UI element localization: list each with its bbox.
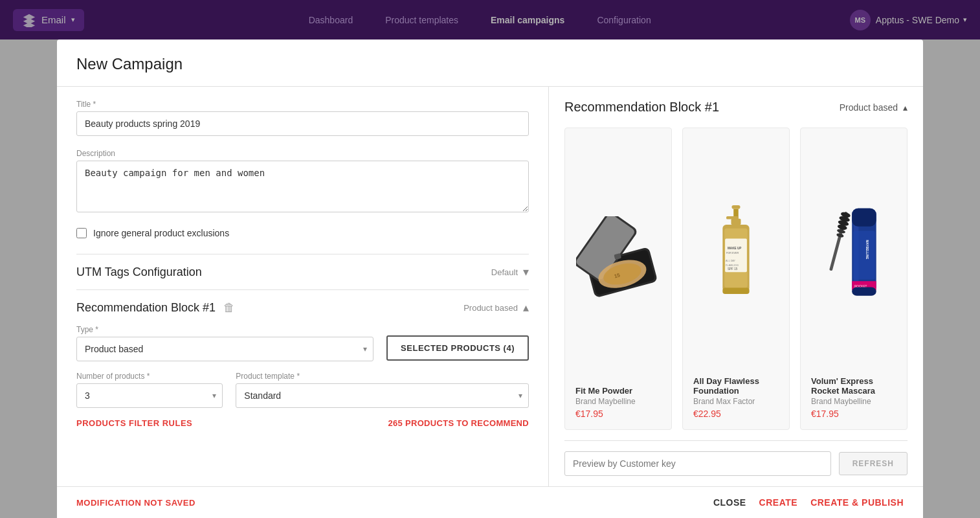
product-image-area-2: MAKE UP FOR EVER ALL DAY FLAWLESS SPF 15	[693, 139, 779, 368]
right-panel-chevron-icon: ▴	[903, 102, 908, 113]
num-products-col: Number of products * 3 ▾	[76, 372, 223, 408]
checkbox-label: Ignore general product exclusions	[93, 228, 229, 238]
product-name-2: All Day Flawless Foundation	[693, 376, 779, 396]
product-image-area-1: 15	[575, 139, 661, 378]
product-brand-1: Brand Maybelline	[575, 397, 661, 406]
modal: New Campaign Title * Description Ignore …	[57, 39, 923, 518]
svg-rect-30	[852, 208, 876, 226]
utm-section-header[interactable]: UTM Tags Configuration Default ▾	[76, 254, 529, 289]
svg-text:MAKE UP: MAKE UP	[728, 246, 742, 249]
preview-customer-key-input[interactable]	[564, 451, 831, 476]
selected-products-col: SELECTED PRODUCTS (4)	[386, 335, 529, 361]
title-field-group: Title *	[76, 100, 529, 136]
title-input[interactable]	[76, 111, 529, 136]
product-template-col: Product template * Standard ▾	[236, 372, 529, 408]
filter-rules-link[interactable]: PRODUCTS FILTER RULES	[76, 418, 192, 428]
left-panel: Title * Description Ignore general produ…	[57, 87, 549, 486]
svg-text:MAYBELLINE: MAYBELLINE	[865, 240, 869, 259]
num-products-label: Number of products *	[76, 372, 223, 381]
not-saved-label: MODIFICATION NOT SAVED	[76, 498, 195, 508]
product-image-area-3: MAYBELLINE ROCKET	[811, 139, 896, 368]
refresh-button[interactable]: REFRESH	[839, 452, 908, 475]
create-button[interactable]: CREATE	[759, 497, 798, 508]
close-button[interactable]: CLOSE	[713, 497, 746, 508]
product-template-select[interactable]: Standard	[236, 383, 529, 408]
svg-text:SPF 15: SPF 15	[728, 267, 738, 271]
product-name-1: Fit Me Powder	[575, 386, 661, 396]
product-card-2: MAKE UP FOR EVER ALL DAY FLAWLESS SPF 15…	[682, 128, 790, 430]
type-row: Type * Product based ▾ SELECTED PRODUCTS…	[76, 325, 529, 361]
foundation-image: MAKE UP FOR EVER ALL DAY FLAWLESS SPF 15	[710, 205, 762, 302]
type-select-wrapper: Product based ▾	[76, 337, 373, 361]
footer-actions: CLOSE CREATE CREATE & PUBLISH	[713, 497, 904, 508]
type-select[interactable]: Product based	[76, 337, 373, 361]
product-template-select-wrapper: Standard ▾	[236, 383, 529, 408]
modal-body: Title * Description Ignore general produ…	[57, 87, 923, 486]
rec-block-type-badge: Product based ▴	[463, 300, 529, 315]
product-cards: 15 Fit Me Powder Brand Maybelline €17.95	[564, 128, 908, 430]
utm-badge-row: Default ▾	[491, 265, 529, 279]
ignore-exclusions-checkbox[interactable]	[76, 228, 87, 238]
svg-text:ALL DAY: ALL DAY	[726, 260, 736, 262]
powder-image: 15	[576, 216, 660, 300]
svg-text:FOR EVER: FOR EVER	[726, 252, 739, 254]
right-header: Recommendation Block #1 Product based ▴	[564, 100, 908, 115]
mascara-image: MAYBELLINE ROCKET	[818, 205, 889, 302]
product-name-3: Volum' Express Rocket Mascara	[811, 376, 896, 396]
description-field-group: Description	[76, 149, 529, 215]
modal-title: New Campaign	[76, 55, 904, 73]
product-brand-3: Brand Maybelline	[811, 397, 896, 406]
rec-block-title: Recommendation Block #1	[76, 301, 216, 315]
right-panel: Recommendation Block #1 Product based ▴	[549, 87, 923, 486]
product-price-3: €17.95	[811, 409, 896, 419]
num-products-select-wrapper: 3 ▾	[76, 383, 223, 408]
products-template-row: Number of products * 3 ▾ Product templat…	[76, 372, 529, 408]
preview-row: REFRESH	[564, 440, 908, 486]
right-badge-row: Product based ▴	[840, 102, 908, 113]
svg-rect-31	[853, 231, 875, 279]
rec-block-chevron-icon: ▴	[523, 300, 529, 315]
svg-rect-8	[731, 205, 740, 209]
rec-block-header: Recommendation Block #1 🗑 Product based …	[76, 300, 529, 315]
num-products-select[interactable]: 3	[76, 383, 223, 408]
right-badge-label: Product based	[840, 102, 898, 113]
rec-block-badge: Product based	[463, 303, 518, 313]
right-title: Recommendation Block #1	[564, 100, 719, 115]
product-card-3: MAYBELLINE ROCKET Volum' Express Rocket …	[800, 128, 908, 430]
svg-text:FLAWLESS: FLAWLESS	[726, 264, 739, 266]
title-label: Title *	[76, 100, 529, 109]
description-label: Description	[76, 149, 529, 158]
product-template-label: Product template *	[236, 372, 529, 381]
utm-chevron-icon: ▾	[523, 265, 529, 279]
type-col: Type * Product based ▾	[76, 325, 373, 361]
recommendation-block: Recommendation Block #1 🗑 Product based …	[76, 289, 529, 438]
svg-rect-20	[722, 287, 749, 293]
product-price-2: €22.95	[693, 409, 779, 419]
product-price-1: €17.95	[575, 409, 661, 419]
utm-badge: Default	[491, 267, 518, 277]
type-label: Type *	[76, 325, 373, 334]
description-textarea[interactable]	[76, 161, 529, 212]
trash-icon[interactable]: 🗑	[223, 301, 235, 315]
modal-header: New Campaign	[57, 39, 923, 87]
svg-rect-35	[852, 287, 876, 295]
utm-section-title: UTM Tags Configuration	[76, 265, 202, 279]
create-publish-button[interactable]: CREATE & PUBLISH	[810, 497, 904, 508]
product-card-1: 15 Fit Me Powder Brand Maybelline €17.95	[564, 128, 672, 430]
product-brand-2: Brand Max Factor	[693, 397, 779, 406]
rec-block-title-row: Recommendation Block #1 🗑	[76, 301, 235, 315]
filter-links-row: PRODUCTS FILTER RULES 265 PRODUCTS TO RE…	[76, 418, 529, 428]
products-count: 265 PRODUCTS TO RECOMMEND	[388, 418, 529, 428]
modal-footer: MODIFICATION NOT SAVED CLOSE CREATE CREA…	[57, 486, 923, 518]
selected-products-button[interactable]: SELECTED PRODUCTS (4)	[386, 335, 529, 361]
svg-rect-11	[731, 218, 741, 224]
checkbox-row: Ignore general product exclusions	[76, 228, 529, 238]
